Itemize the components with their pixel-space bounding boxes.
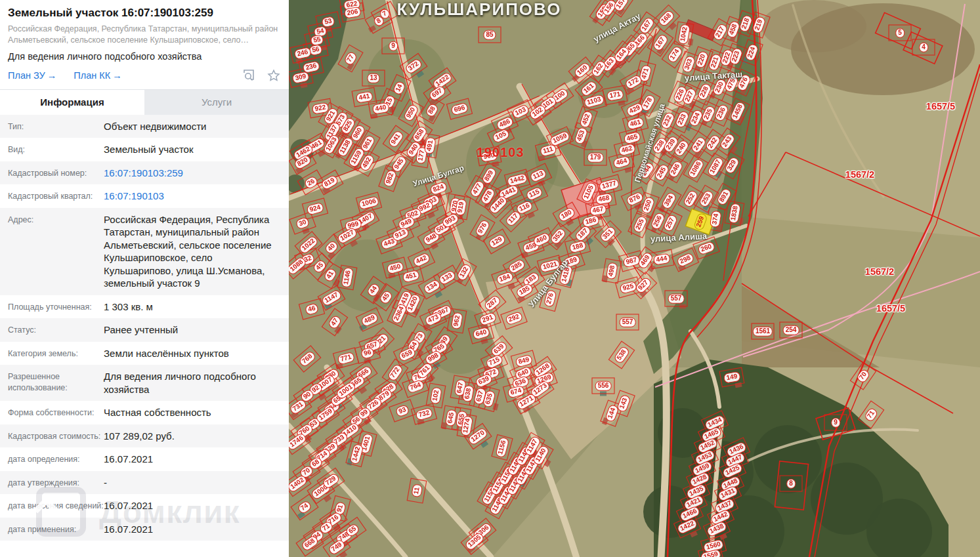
info-row-value: -: [104, 476, 282, 489]
info-row-value: Частная собственность: [104, 406, 282, 419]
info-row: дата применения:16.07.2021: [0, 518, 289, 541]
info-row-label: Кадастровая стоимость:: [8, 430, 104, 443]
info-row: Форма собственности:Частная собственност…: [0, 401, 289, 424]
info-row-label: дата внесения сведений:: [8, 499, 104, 512]
info-row-label: Статус:: [8, 323, 104, 337]
info-row-label: Тип:: [8, 120, 104, 133]
info-row-value: Российская Федерация, Республика Татарст…: [104, 213, 282, 290]
info-row: Разрешенное использование:Для ведения ли…: [0, 365, 289, 401]
plan-zu-link[interactable]: План ЗУ→: [8, 70, 56, 81]
info-row-value: Объект недвижимости: [104, 120, 282, 133]
info-row-value: 16.07.2021: [104, 453, 282, 466]
info-row-value: Для ведения личного подсобного хозяйства: [104, 370, 282, 396]
plan-kk-label: План КК: [74, 70, 110, 81]
plan-zu-label: План ЗУ: [8, 70, 45, 81]
tab-bar: Информация Услуги: [0, 89, 289, 115]
info-row: дата утверждения:-: [0, 471, 289, 495]
info-row-value: 107 289,02 руб.: [104, 430, 282, 443]
info-row: Статус:Ранее учтенный: [0, 318, 289, 342]
info-row: Площадь уточненная:1 303 кв. м: [0, 295, 289, 319]
info-row-label: Форма собственности:: [8, 406, 104, 419]
info-row-value: 16.07.2021: [104, 523, 282, 536]
info-row-label: Кадастровый квартал:: [8, 190, 104, 203]
plan-kk-link[interactable]: План КК→: [74, 70, 121, 81]
info-row-label: дата применения:: [8, 523, 104, 536]
info-row-value: 1 303 кв. м: [104, 300, 282, 314]
panel-header: Земельный участок 16:07:190103:259 Росси…: [0, 0, 289, 89]
info-row-value: Земли населённых пунктов: [104, 347, 282, 360]
info-row-label: Площадь уточненная:: [8, 300, 104, 314]
info-row: дата определения:16.07.2021: [0, 447, 289, 471]
tab-information[interactable]: Информация: [0, 90, 144, 115]
info-rows: Тип:Объект недвижимостиВид:Земельный уча…: [0, 115, 289, 541]
info-panel: Земельный участок 16:07:190103:259 Росси…: [0, 0, 289, 557]
header-icons: [242, 68, 281, 83]
info-row-label: Разрешенное использование:: [8, 370, 104, 396]
arrow-icon: →: [112, 70, 122, 81]
info-row: Кадастровый квартал:16:07:190103: [0, 184, 289, 208]
info-row-label: дата определения:: [8, 453, 104, 466]
page-title: Земельный участок 16:07:190103:259: [8, 7, 281, 20]
satellite-terrain: [289, 0, 980, 557]
arrow-icon: →: [47, 70, 57, 81]
info-row-label: Адрес:: [8, 213, 104, 290]
info-row: дата внесения сведений:16.07.2021: [0, 494, 289, 518]
info-row-value: Ранее учтенный: [104, 323, 282, 337]
favorite-star-icon[interactable]: [266, 68, 281, 83]
permitted-use-text: Для ведения личного подсобного хозяйства: [8, 51, 281, 62]
info-row-value: Земельный участок: [104, 143, 282, 156]
info-row-label: Кадастровый номер:: [8, 167, 104, 180]
info-row: Тип:Объект недвижимости: [0, 115, 289, 138]
info-row: Адрес:Российская Федерация, Республика Т…: [0, 208, 289, 295]
object-short-address: Российская Федерация, Республика Татарст…: [8, 24, 281, 46]
info-row: Категория земель:Земли населённых пункто…: [0, 342, 289, 365]
info-row-value-link[interactable]: 16:07:190103: [104, 190, 282, 203]
info-row-label: Категория земель:: [8, 347, 104, 360]
info-row: Кадастровая стоимость:107 289,02 руб.: [0, 424, 289, 448]
plan-links-row: План ЗУ→ План КК→: [8, 68, 281, 89]
map-canvas[interactable]: 6222065354555624623630978977133721422697…: [289, 0, 980, 557]
info-row-label: дата утверждения:: [8, 476, 104, 489]
info-row-value-link[interactable]: 16:07:190103:259: [104, 167, 282, 180]
info-row-value: 16.07.2021: [104, 499, 282, 512]
info-row: Кадастровый номер:16:07:190103:259: [0, 161, 289, 185]
info-row-label: Вид:: [8, 143, 104, 156]
info-row: Вид:Земельный участок: [0, 138, 289, 161]
cadastral-map-app: Земельный участок 16:07:190103:259 Росси…: [0, 0, 980, 557]
preview-document-icon[interactable]: [242, 68, 256, 82]
tab-services[interactable]: Услуги: [144, 90, 289, 115]
